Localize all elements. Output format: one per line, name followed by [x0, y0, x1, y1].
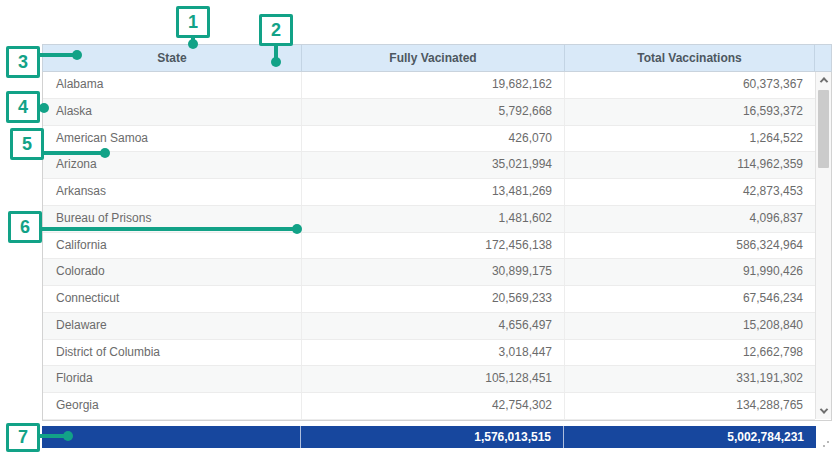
table-row-district-of-columbia[interactable]: District of Columbia 3,018,447 12,662,79…	[43, 340, 815, 367]
cell-state: Alaska	[43, 99, 301, 125]
table-header-row: State Fully Vacinated Total Vaccinations	[42, 44, 832, 72]
callout-6-box: 6	[8, 211, 42, 243]
callout-5-box: 5	[10, 128, 44, 160]
screenshot-root: State Fully Vacinated Total Vaccinations…	[0, 0, 833, 453]
cell-state: Florida	[43, 366, 301, 392]
table-row-arizona[interactable]: Arizona 35,021,994 114,962,359	[43, 152, 815, 179]
table-row-georgia[interactable]: Georgia 42,754,302 134,288,765	[43, 393, 815, 420]
table-row-delaware[interactable]: Delaware 4,656,497 15,208,840	[43, 313, 815, 340]
callout-5-line	[40, 151, 103, 155]
cell-total-vaccinations: 16,593,372	[564, 99, 815, 125]
table-row-connecticut[interactable]: Connecticut 20,569,233 67,546,234	[43, 286, 815, 313]
table-row-colorado[interactable]: Colorado 30,899,175 91,990,426	[43, 259, 815, 286]
cell-fully-vaccinated: 42,754,302	[301, 393, 564, 419]
cell-fully-vaccinated: 4,656,497	[301, 313, 564, 339]
callout-7-dot	[63, 431, 73, 441]
callout-4-dot	[39, 103, 49, 113]
column-header-state[interactable]: State	[43, 45, 301, 71]
callout-1-dot	[188, 39, 198, 49]
cell-total-vaccinations: 12,662,798	[564, 340, 815, 366]
table-row-arkansas[interactable]: Arkansas 13,481,269 42,873,453	[43, 179, 815, 206]
cell-fully-vaccinated: 105,128,451	[301, 366, 564, 392]
header-scrollbar-corner	[814, 45, 830, 71]
cell-fully-vaccinated: 30,899,175	[301, 259, 564, 285]
callout-6-dot	[292, 224, 302, 234]
chevron-up-icon	[819, 77, 827, 85]
cell-fully-vaccinated: 5,792,668	[301, 99, 564, 125]
summary-cell-fully-vaccinated-total: 1,576,013,515	[300, 426, 563, 448]
cell-total-vaccinations: 42,873,453	[564, 179, 815, 205]
cell-total-vaccinations: 586,324,964	[564, 233, 815, 259]
cell-state: Arizona	[43, 152, 301, 178]
cell-total-vaccinations: 67,546,234	[564, 286, 815, 312]
column-header-fully-vaccinated[interactable]: Fully Vacinated	[301, 45, 564, 71]
cell-state: Connecticut	[43, 286, 301, 312]
table-rows: Alabama 19,682,162 60,373,367 Alaska 5,7…	[43, 72, 815, 420]
cell-fully-vaccinated: 426,070	[301, 126, 564, 152]
table-row-florida[interactable]: Florida 105,128,451 331,191,302	[43, 366, 815, 393]
cell-fully-vaccinated: 20,569,233	[301, 286, 564, 312]
callout-5-dot	[100, 148, 110, 158]
vaccination-table: State Fully Vacinated Total Vaccinations…	[42, 44, 832, 448]
cell-state: District of Columbia	[43, 340, 301, 366]
scrollbar-thumb[interactable]	[818, 90, 829, 168]
callout-2-dot	[271, 57, 281, 67]
summary-cell-state	[42, 426, 300, 448]
resize-grip[interactable]	[820, 439, 832, 451]
cell-fully-vaccinated: 172,456,138	[301, 233, 564, 259]
table-summary-row: 1,576,013,515 5,002,784,231	[42, 426, 816, 448]
cell-state: California	[43, 233, 301, 259]
table-row-american-samoa[interactable]: American Samoa 426,070 1,264,522	[43, 126, 815, 153]
cell-state: Georgia	[43, 393, 301, 419]
cell-state: Arkansas	[43, 179, 301, 205]
cell-fully-vaccinated: 1,481,602	[301, 206, 564, 232]
callout-7-line	[38, 434, 66, 438]
cell-state: American Samoa	[43, 126, 301, 152]
vertical-scrollbar[interactable]	[815, 72, 831, 419]
callout-2-box: 2	[259, 14, 293, 46]
summary-cell-total-vaccinations-total: 5,002,784,231	[563, 426, 816, 448]
callout-7-box: 7	[6, 423, 40, 452]
callout-3-line	[38, 53, 76, 57]
scroll-up-button[interactable]	[816, 72, 831, 88]
cell-fully-vaccinated: 13,481,269	[301, 179, 564, 205]
cell-fully-vaccinated: 19,682,162	[301, 72, 564, 98]
cell-total-vaccinations: 91,990,426	[564, 259, 815, 285]
cell-total-vaccinations: 114,962,359	[564, 152, 815, 178]
cell-state: Delaware	[43, 313, 301, 339]
cell-total-vaccinations: 134,288,765	[564, 393, 815, 419]
cell-total-vaccinations: 1,264,522	[564, 126, 815, 152]
cell-total-vaccinations: 331,191,302	[564, 366, 815, 392]
cell-state: Colorado	[43, 259, 301, 285]
cell-fully-vaccinated: 3,018,447	[301, 340, 564, 366]
table-row-alaska[interactable]: Alaska 5,792,668 16,593,372	[43, 99, 815, 126]
cell-fully-vaccinated: 35,021,994	[301, 152, 564, 178]
callout-6-line	[38, 227, 295, 231]
callout-4-box: 4	[6, 91, 40, 123]
scroll-down-button[interactable]	[816, 403, 831, 419]
table-row-california[interactable]: California 172,456,138 586,324,964	[43, 233, 815, 260]
callout-3-dot	[72, 50, 82, 60]
chevron-down-icon	[819, 405, 827, 413]
cell-total-vaccinations: 4,096,837	[564, 206, 815, 232]
table-row-alabama[interactable]: Alabama 19,682,162 60,373,367	[43, 72, 815, 99]
callout-3-box: 3	[6, 46, 40, 78]
column-header-total-vaccinations[interactable]: Total Vaccinations	[564, 45, 814, 71]
cell-total-vaccinations: 15,208,840	[564, 313, 815, 339]
table-body: Alabama 19,682,162 60,373,367 Alaska 5,7…	[42, 72, 832, 421]
callout-1-box: 1	[176, 6, 210, 38]
cell-total-vaccinations: 60,373,367	[564, 72, 815, 98]
cell-state: Alabama	[43, 72, 301, 98]
